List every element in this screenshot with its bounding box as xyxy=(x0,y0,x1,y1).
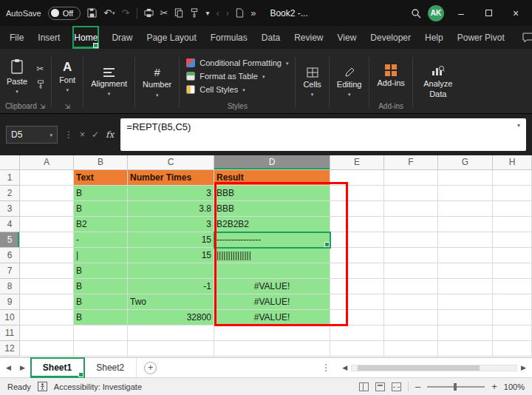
cell-G2[interactable] xyxy=(438,186,493,201)
cell-G4[interactable] xyxy=(438,217,493,232)
scrollbar-track[interactable] xyxy=(351,365,517,371)
sheet-tab-sheet1[interactable]: Sheet1 xyxy=(31,358,84,377)
cell-E7[interactable] xyxy=(330,263,384,279)
column-header-E[interactable]: E xyxy=(330,155,384,170)
cell-B6[interactable]: | xyxy=(74,248,128,263)
format-painter-icon[interactable] xyxy=(190,8,199,18)
row-header-5[interactable]: 5 xyxy=(0,232,20,248)
tab-view[interactable]: View xyxy=(337,27,358,48)
cell-D12[interactable] xyxy=(214,341,330,357)
cell-H11[interactable] xyxy=(493,325,532,341)
sheet-nav-left-icon[interactable]: ◀ xyxy=(6,364,11,371)
cell-D2[interactable]: BBB xyxy=(214,186,330,201)
cell-G8[interactable] xyxy=(438,279,493,294)
cell-E5[interactable] xyxy=(330,232,384,248)
zoom-level[interactable]: 100% xyxy=(504,382,525,391)
tab-insert[interactable]: Insert xyxy=(37,27,61,48)
cell-G3[interactable] xyxy=(438,201,493,217)
cell-H3[interactable] xyxy=(493,201,532,217)
cell-G12[interactable] xyxy=(438,341,493,357)
cell-styles-button[interactable]: Cell Styles ▾ xyxy=(182,83,293,96)
accessibility-status[interactable]: Accessibility: Investigate xyxy=(54,382,142,391)
cell-B7[interactable]: B xyxy=(74,263,128,279)
horizontal-scrollbar[interactable]: ◀ ▶ xyxy=(336,358,532,377)
cell-D7[interactable] xyxy=(214,263,330,279)
cell-D8[interactable]: #VALUE! xyxy=(214,279,330,294)
cell-B2[interactable]: B xyxy=(74,186,128,201)
column-header-G[interactable]: G xyxy=(438,155,493,170)
cell-E3[interactable] xyxy=(330,201,384,217)
cell-G1[interactable] xyxy=(438,170,493,186)
cell-E4[interactable] xyxy=(330,217,384,232)
sheet-nav-right-icon[interactable]: ▶ xyxy=(20,364,25,371)
cell-F2[interactable] xyxy=(384,186,438,201)
row-header-10[interactable]: 10 xyxy=(0,310,20,325)
column-header-C[interactable]: C xyxy=(128,155,214,170)
paste-button[interactable]: Paste ▾ xyxy=(1,57,33,95)
row-header-11[interactable]: 11 xyxy=(0,325,20,341)
row-header-4[interactable]: 4 xyxy=(0,217,20,232)
conditional-formatting-button[interactable]: Conditional Formatting ▾ xyxy=(182,56,293,70)
tab-file[interactable]: File xyxy=(9,27,24,48)
cell-B11[interactable] xyxy=(74,325,128,341)
cell-H12[interactable] xyxy=(493,341,532,357)
cell-G9[interactable] xyxy=(438,294,493,310)
cell-H8[interactable] xyxy=(493,279,532,294)
cell-F9[interactable] xyxy=(384,294,438,310)
zoom-slider[interactable] xyxy=(427,386,485,388)
number-button[interactable]: # Number ▾ xyxy=(137,65,177,98)
row-header-6[interactable]: 6 xyxy=(0,248,20,263)
cell-D6[interactable]: ||||||||||||||| xyxy=(214,248,330,263)
scroll-right-icon[interactable]: ▶ xyxy=(521,364,526,371)
tab-draw[interactable]: Draw xyxy=(111,27,133,48)
copy-icon[interactable] xyxy=(174,8,183,18)
close-button[interactable]: × xyxy=(505,0,526,26)
name-box[interactable]: D5 ▾ xyxy=(6,126,58,144)
cell-G11[interactable] xyxy=(438,325,493,341)
alignment-button[interactable]: Alignment ▾ xyxy=(86,67,132,98)
cell-D10[interactable]: #VALUE! xyxy=(214,310,330,325)
cell-E6[interactable] xyxy=(330,248,384,263)
cell-G10[interactable] xyxy=(438,310,493,325)
avatar[interactable]: AK xyxy=(428,5,444,21)
cell-A10[interactable] xyxy=(20,310,74,325)
cell-D4[interactable]: B2B2B2 xyxy=(214,217,330,232)
cancel-icon[interactable]: × xyxy=(80,129,85,140)
row-header-1[interactable]: 1 xyxy=(0,170,20,186)
tab-help[interactable]: Help xyxy=(424,27,444,48)
cell-E9[interactable] xyxy=(330,294,384,310)
cells-button[interactable]: Cells ▾ xyxy=(298,66,326,98)
zoom-out-button[interactable]: – xyxy=(415,382,420,391)
cell-G6[interactable] xyxy=(438,248,493,263)
enter-icon[interactable]: ✓ xyxy=(92,129,99,140)
scroll-left-icon[interactable]: ◀ xyxy=(342,364,347,371)
save-icon[interactable] xyxy=(87,8,97,18)
tab-formulas[interactable]: Formulas xyxy=(210,27,248,48)
cell-H9[interactable] xyxy=(493,294,532,310)
row-header-7[interactable]: 7 xyxy=(0,263,20,279)
cell-F11[interactable] xyxy=(384,325,438,341)
cell-H5[interactable] xyxy=(493,232,532,248)
cell-H4[interactable] xyxy=(493,217,532,232)
tab-data[interactable]: Data xyxy=(261,27,281,48)
row-header-2[interactable]: 2 xyxy=(0,186,20,201)
cell-A2[interactable] xyxy=(20,186,74,201)
cell-E10[interactable] xyxy=(330,310,384,325)
autosave-toggle[interactable]: Off xyxy=(48,7,81,20)
add-sheet-button[interactable]: + xyxy=(144,362,157,374)
cell-D3[interactable]: BBB xyxy=(214,201,330,217)
zoom-in-button[interactable]: + xyxy=(491,382,497,391)
cell-H10[interactable] xyxy=(493,310,532,325)
dialog-launcher-icon[interactable]: ⇲ xyxy=(64,103,70,110)
cell-A12[interactable] xyxy=(20,341,74,357)
column-header-H[interactable]: H xyxy=(493,155,532,170)
chevron-down-icon[interactable]: ▾ xyxy=(205,10,209,17)
cell-H6[interactable] xyxy=(493,248,532,263)
format-as-table-button[interactable]: Format as Table ▾ xyxy=(182,70,293,83)
cell-C6[interactable]: 15 xyxy=(128,248,214,263)
cell-H1[interactable] xyxy=(493,170,532,186)
cell-A11[interactable] xyxy=(20,325,74,341)
cell-A6[interactable] xyxy=(20,248,74,263)
cell-F12[interactable] xyxy=(384,341,438,357)
normal-view-icon[interactable] xyxy=(359,382,369,391)
